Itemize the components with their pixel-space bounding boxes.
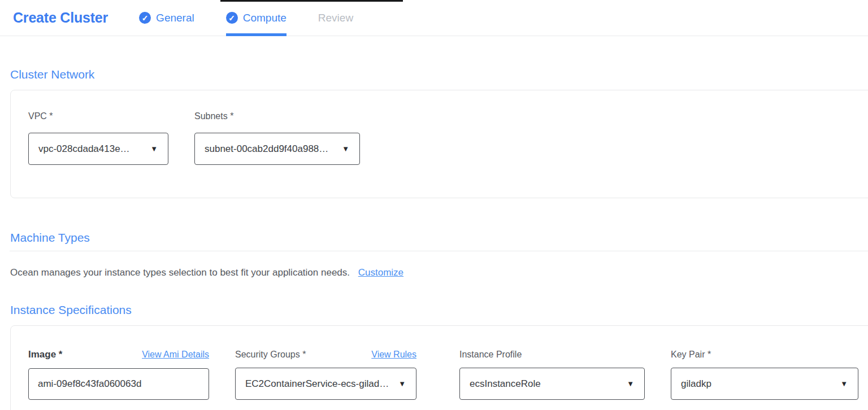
subnets-field: Subnets * subnet-00cab2dd9f40a988… ▼: [194, 111, 360, 198]
machine-types-description-text: Ocean manages your instance types select…: [10, 267, 350, 278]
tab-compute[interactable]: ✓ Compute: [226, 0, 287, 36]
security-groups-label: Security Groups *: [235, 349, 306, 360]
vpc-selected-value: vpc-028cdada413e…: [38, 143, 130, 155]
caret-down-icon: ▼: [398, 380, 406, 388]
customize-link[interactable]: Customize: [358, 267, 403, 278]
security-groups-select[interactable]: EC2ContainerService-ecs-gilad… ▼: [235, 368, 416, 400]
cluster-network-card: VPC * vpc-028cdada413e… ▼ Subnets * subn…: [10, 90, 868, 198]
instance-specifications-card: Image * View Ami Details Security Groups…: [10, 325, 868, 410]
caret-down-icon: ▼: [342, 145, 349, 153]
caret-down-icon: ▼: [627, 380, 634, 388]
key-pair-label: Key Pair *: [671, 349, 711, 360]
subnets-select[interactable]: subnet-00cab2dd9f40a988… ▼: [194, 133, 360, 165]
machine-types-heading: Machine Types: [10, 230, 868, 245]
wizard-header: Create Cluster ✓ General ✓ Compute Revie…: [0, 0, 868, 36]
security-groups-selected-value: EC2ContainerService-ecs-gilad…: [245, 378, 389, 390]
vpc-field: VPC * vpc-028cdada413e… ▼: [28, 111, 168, 198]
caret-down-icon: ▼: [150, 145, 158, 153]
vpc-select[interactable]: vpc-028cdada413e… ▼: [28, 133, 168, 165]
view-rules-link[interactable]: View Rules: [371, 349, 416, 360]
key-pair-selected-value: giladkp: [681, 378, 711, 390]
tab-general[interactable]: ✓ General: [139, 0, 194, 36]
tab-compute-label: Compute: [243, 12, 287, 24]
instance-specifications-heading: Instance Specifications: [10, 303, 868, 317]
wizard-steps: ✓ General ✓ Compute Review: [139, 0, 385, 36]
instance-profile-label: Instance Profile: [459, 349, 522, 360]
machine-types-divider: [10, 251, 868, 251]
tab-general-label: General: [156, 12, 194, 24]
security-groups-field: Security Groups * View Rules EC2Containe…: [235, 349, 416, 410]
machine-types-description: Ocean manages your instance types select…: [10, 267, 868, 278]
view-ami-details-link[interactable]: View Ami Details: [142, 349, 209, 360]
image-field: Image * View Ami Details: [28, 349, 209, 410]
image-input[interactable]: [28, 368, 209, 400]
instance-profile-select[interactable]: ecsInstanceRole ▼: [459, 368, 645, 400]
instance-profile-field: Instance Profile ecsInstanceRole ▼: [459, 349, 645, 410]
check-circle-icon: ✓: [226, 12, 238, 24]
tab-review[interactable]: Review: [318, 0, 353, 36]
compute-step-content: Cluster Network VPC * vpc-028cdada413e… …: [0, 67, 868, 410]
check-circle-icon: ✓: [139, 12, 151, 24]
key-pair-field: Key Pair * giladkp ▼: [671, 349, 858, 410]
top-window-edge-bar: [220, 0, 403, 2]
key-pair-select[interactable]: giladkp ▼: [671, 368, 858, 400]
page-title: Create Cluster: [13, 10, 108, 26]
subnets-label: Subnets *: [194, 111, 233, 121]
vpc-label: VPC *: [28, 111, 53, 121]
image-label: Image *: [28, 349, 62, 360]
caret-down-icon: ▼: [840, 380, 848, 388]
cluster-network-heading: Cluster Network: [10, 67, 868, 81]
tab-review-label: Review: [318, 12, 353, 24]
subnets-selected-value: subnet-00cab2dd9f40a988…: [205, 143, 328, 155]
instance-profile-selected-value: ecsInstanceRole: [470, 378, 541, 390]
